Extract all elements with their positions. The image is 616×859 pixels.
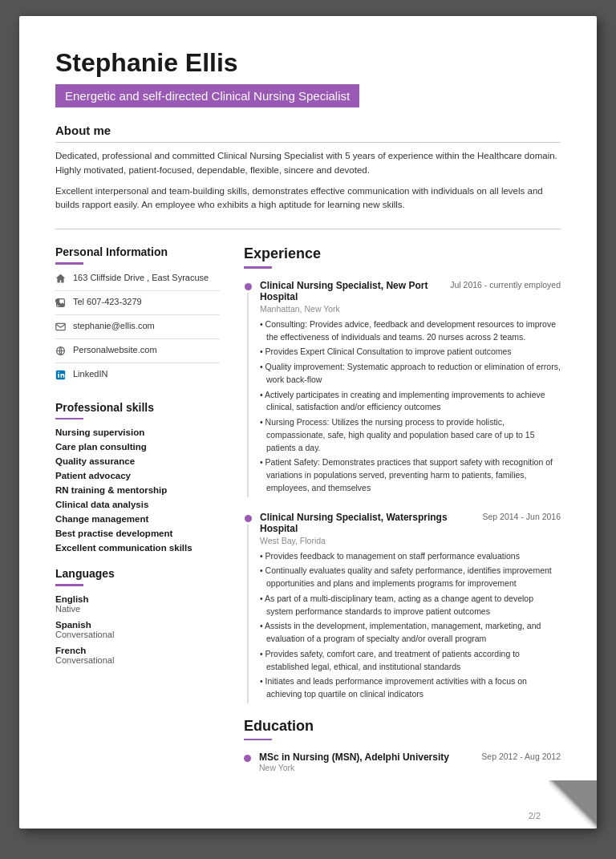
email-item: stephanie@ellis.com [55, 321, 220, 339]
skills-underline [55, 418, 83, 420]
exp-entry-1: Clinical Nursing Specialist, Waterspring… [244, 512, 561, 703]
languages-underline [55, 584, 83, 586]
lang-french-level: Conversational [55, 655, 220, 665]
personal-info-title: Personal Information [55, 245, 220, 258]
about-title: About me [55, 124, 561, 137]
exp-bullet-0-1: Provides Expert Clinical Consultation to… [260, 346, 561, 359]
two-column-layout: Personal Information 163 Cliffside Drive… [55, 245, 561, 780]
home-icon [55, 274, 67, 285]
exp-title-1: Clinical Nursing Specialist, Waterspring… [260, 512, 476, 534]
experience-title: Experience [244, 245, 561, 262]
website-item: Personalwebsite.com [55, 345, 220, 363]
exp-location-1: West Bay, Florida [260, 536, 561, 545]
website-text: Personalwebsite.com [73, 345, 157, 355]
about-divider [55, 142, 561, 143]
exp-bullet-1-5: Initiates and leads performance improvem… [260, 675, 561, 701]
header: Stephanie Ellis Energetic and self-direc… [55, 48, 561, 124]
edu-entry-0: MSc in Nursing (MSN), Adelphi University… [244, 752, 561, 772]
left-column: Personal Information 163 Cliffside Drive… [55, 245, 220, 780]
exp-content-1: Clinical Nursing Specialist, Waterspring… [260, 512, 561, 703]
page-number: 2/2 [529, 811, 541, 821]
edu-location-0: New York [259, 763, 561, 772]
address-item: 163 Cliffside Drive , East Syracuse [55, 273, 220, 291]
skill-2: Quality assurance [55, 456, 220, 466]
skill-3: Patient advocacy [55, 471, 220, 480]
exp-bullet-0-0: Consulting: Provides advice, feedback an… [260, 318, 561, 344]
lang-english-level: Native [55, 604, 220, 614]
phone-item: Tel 607-423-3279 [55, 297, 220, 315]
experience-underline [244, 266, 272, 269]
exp-bullet-0-2: Quality improvement: Systematic approach… [260, 361, 561, 387]
edu-date-0: Sep 2012 - Aug 2012 [481, 752, 561, 761]
exp-timeline-0 [244, 280, 252, 497]
edu-dot-0 [244, 755, 251, 762]
email-text: stephanie@ellis.com [73, 321, 155, 330]
skill-5: Clinical data analysis [55, 500, 220, 509]
exp-location-0: Manhattan, New York [260, 304, 561, 314]
skill-4: RN training & mentorship [55, 485, 220, 495]
skill-1: Care plan consulting [55, 442, 220, 452]
skill-8: Excellent communication skills [55, 543, 220, 553]
linkedin-icon [55, 370, 67, 381]
lang-french-name: French [55, 646, 220, 655]
education-section: Education MSc in Nursing (MSN), Adelphi … [244, 718, 561, 773]
lang-spanish-level: Conversational [55, 630, 220, 639]
candidate-name: Stephanie Ellis [55, 48, 561, 78]
lang-french: French Conversational [55, 646, 220, 665]
linkedin-text: LinkedIN [73, 369, 107, 379]
skill-6: Change management [55, 514, 220, 524]
right-column: Experience Clinical Nursing Specialist, … [244, 245, 561, 780]
resume-page: Stephanie Ellis Energetic and self-direc… [19, 16, 597, 829]
exp-title-0: Clinical Nursing Specialist, New Port Ho… [260, 280, 444, 302]
edu-degree-0: MSc in Nursing (MSN), Adelphi University [259, 752, 449, 763]
main-divider [55, 229, 561, 229]
linkedin-item: LinkedIN [55, 369, 220, 387]
education-title: Education [244, 718, 561, 735]
exp-bullet-1-3: Assists in the development, implementati… [260, 620, 561, 646]
edu-content-0: MSc in Nursing (MSN), Adelphi University… [259, 752, 561, 772]
exp-line-1 [247, 525, 249, 703]
exp-bullet-1-1: Continually evaluates quality and safety… [260, 565, 561, 590]
skills-section: Professional skills Nursing supervision … [55, 401, 220, 553]
lang-english-name: English [55, 594, 220, 604]
exp-bullet-1-4: Provides safety, comfort care, and treat… [260, 648, 561, 674]
personal-info-section: Personal Information 163 Cliffside Drive… [55, 245, 220, 387]
lang-english: English Native [55, 594, 220, 614]
personal-info-underline [55, 262, 83, 265]
exp-header-0: Clinical Nursing Specialist, New Port Ho… [260, 280, 561, 302]
lang-spanish-name: Spanish [55, 620, 220, 630]
exp-bullet-0-3: Actively participates in creating and im… [260, 389, 561, 415]
svg-rect-1 [56, 323, 65, 330]
exp-date-1: Sep 2014 - Jun 2016 [483, 512, 561, 521]
experience-section: Experience Clinical Nursing Specialist, … [244, 245, 561, 703]
about-para-1: Dedicated, professional and committed Cl… [55, 149, 561, 178]
header-subtitle: Energetic and self-directed Clinical Nur… [55, 84, 359, 107]
exp-timeline-1 [244, 512, 252, 703]
lang-spanish: Spanish Conversational [55, 620, 220, 639]
exp-dot-1 [245, 515, 252, 522]
exp-content-0: Clinical Nursing Specialist, New Port Ho… [260, 280, 561, 497]
skills-title: Professional skills [55, 401, 220, 414]
about-para-2: Excellent interpersonal and team-buildin… [55, 184, 561, 213]
exp-entry-0: Clinical Nursing Specialist, New Port Ho… [244, 280, 561, 497]
globe-icon [55, 346, 67, 357]
exp-dot-0 [245, 283, 252, 290]
edu-header-0: MSc in Nursing (MSN), Adelphi University… [259, 752, 561, 763]
exp-bullet-0-4: Nursing Process: Utilizes the nursing pr… [260, 416, 561, 454]
exp-bullet-0-5: Patient Safety: Demonstrates practices t… [260, 456, 561, 494]
email-icon [55, 322, 67, 333]
exp-header-1: Clinical Nursing Specialist, Waterspring… [260, 512, 561, 534]
about-section: About me Dedicated, professional and com… [55, 124, 561, 213]
address-text: 163 Cliffside Drive , East Syracuse [73, 273, 209, 282]
exp-date-0: Jul 2016 - currently employed [450, 280, 561, 290]
exp-line-0 [247, 293, 249, 497]
education-underline [244, 739, 272, 741]
exp-bullet-1-2: As part of a multi-disciplinary team, ac… [260, 593, 561, 618]
skill-0: Nursing supervision [55, 427, 220, 437]
skill-7: Best practise development [55, 529, 220, 538]
languages-title: Languages [55, 567, 220, 580]
exp-bullet-1-0: Provides feedback to management on staff… [260, 550, 561, 563]
phone-icon [55, 298, 67, 309]
languages-section: Languages English Native Spanish Convers… [55, 567, 220, 665]
phone-text: Tel 607-423-3279 [73, 297, 142, 306]
